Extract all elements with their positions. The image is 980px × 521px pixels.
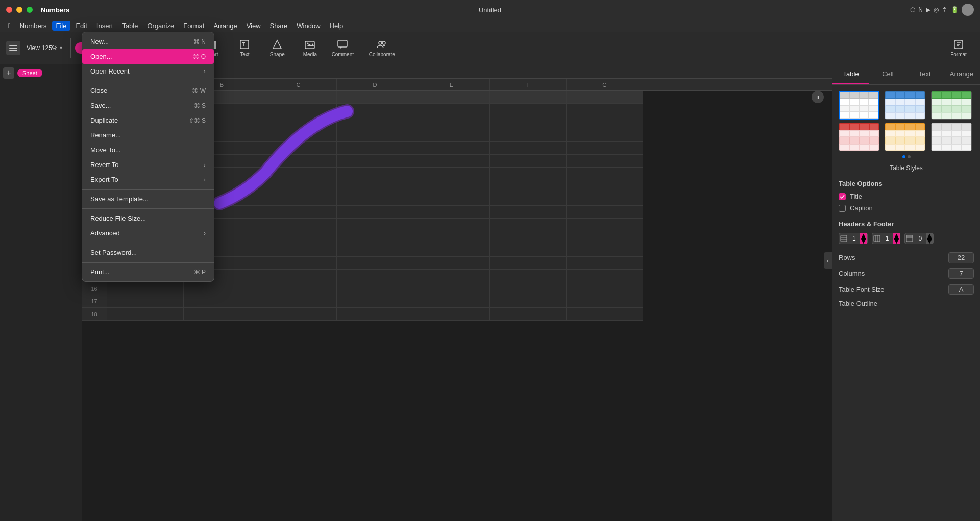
toolbar-shape-btn[interactable]: Shape (262, 34, 292, 62)
cell[interactable] (337, 104, 413, 116)
cell[interactable] (184, 295, 260, 308)
cell-d1[interactable] (337, 91, 413, 104)
cell[interactable] (260, 116, 337, 129)
cell[interactable] (413, 295, 490, 308)
cell[interactable] (260, 155, 337, 168)
footer-down[interactable]: ▼ (926, 239, 933, 244)
menu-item-set-password[interactable]: Set Password... (82, 245, 214, 260)
cell[interactable] (337, 142, 413, 155)
cell[interactable] (260, 282, 337, 295)
cell[interactable] (413, 270, 490, 282)
cell[interactable] (490, 308, 567, 321)
collapse-panel-button[interactable]: ‹ (824, 252, 832, 269)
view-menu[interactable]: View (242, 21, 265, 31)
cell[interactable] (490, 142, 567, 155)
cell[interactable] (413, 193, 490, 206)
cell[interactable] (567, 244, 643, 257)
file-menu[interactable]: File (52, 21, 71, 31)
cell[interactable] (413, 129, 490, 142)
cell[interactable] (413, 155, 490, 168)
header-cols-arrows[interactable]: ▲ ▼ (893, 233, 900, 244)
rows-value[interactable]: 22 (948, 252, 974, 263)
cell[interactable] (184, 282, 260, 295)
cell-e1[interactable] (413, 91, 490, 104)
cell[interactable] (490, 219, 567, 231)
cell-g1[interactable] (567, 91, 643, 104)
cell[interactable] (567, 142, 643, 155)
cell[interactable] (260, 308, 337, 321)
style-swatch-green[interactable] (931, 91, 972, 120)
tab-table[interactable]: Table (832, 64, 869, 84)
cell[interactable] (413, 116, 490, 129)
close-button[interactable] (6, 7, 12, 13)
cell[interactable] (337, 168, 413, 180)
cell[interactable] (413, 104, 490, 116)
menu-item-rename[interactable]: Rename... (82, 128, 214, 143)
cell[interactable] (260, 244, 337, 257)
cell[interactable] (337, 308, 413, 321)
menu-item-reduce-file-size[interactable]: Reduce File Size... (82, 211, 214, 226)
cell[interactable] (260, 168, 337, 180)
cell[interactable] (490, 231, 567, 244)
cell[interactable] (567, 116, 643, 129)
menu-item-open[interactable]: Open... ⌘ O (82, 49, 214, 64)
cell[interactable] (490, 295, 567, 308)
cell[interactable] (260, 206, 337, 219)
tab-text[interactable]: Text (906, 64, 943, 84)
cell[interactable] (337, 295, 413, 308)
menu-item-save-as-template[interactable]: Save as Template... (82, 192, 214, 206)
cell[interactable] (260, 231, 337, 244)
cell[interactable] (260, 219, 337, 231)
footer-arrows[interactable]: ▲ ▼ (926, 233, 933, 244)
cell[interactable] (567, 104, 643, 116)
header-rows-arrows[interactable]: ▲ ▼ (860, 233, 867, 244)
cell[interactable] (490, 193, 567, 206)
cell[interactable] (260, 257, 337, 270)
cell[interactable] (107, 295, 184, 308)
cell[interactable] (337, 219, 413, 231)
cell[interactable] (413, 231, 490, 244)
cell[interactable] (567, 168, 643, 180)
menu-item-open-recent[interactable]: Open Recent › (82, 64, 214, 79)
cell[interactable] (490, 104, 567, 116)
menu-item-advanced[interactable]: Advanced › (82, 226, 214, 241)
minimize-button[interactable] (16, 7, 22, 13)
menu-item-save[interactable]: Save... ⌘ S (82, 98, 214, 113)
add-sheet-button[interactable]: + (3, 67, 14, 79)
cell[interactable] (567, 180, 643, 193)
sidebar-toggle[interactable] (6, 41, 20, 55)
style-swatch-blue[interactable] (885, 91, 925, 120)
cell[interactable] (107, 282, 184, 295)
cell[interactable] (337, 180, 413, 193)
cell[interactable] (490, 244, 567, 257)
apple-menu[interactable]:  (4, 21, 15, 31)
cell[interactable] (337, 193, 413, 206)
cell[interactable] (413, 308, 490, 321)
cell[interactable] (413, 180, 490, 193)
cell[interactable] (490, 206, 567, 219)
cell[interactable] (567, 231, 643, 244)
insert-menu[interactable]: Insert (92, 21, 117, 31)
cell[interactable] (490, 180, 567, 193)
cell[interactable] (260, 193, 337, 206)
help-menu[interactable]: Help (326, 21, 348, 31)
cell[interactable] (184, 308, 260, 321)
window-menu[interactable]: Window (292, 21, 324, 31)
cell[interactable] (490, 282, 567, 295)
style-swatch-white[interactable] (839, 91, 879, 120)
cell[interactable] (567, 129, 643, 142)
table-menu[interactable]: Table (118, 21, 142, 31)
menu-item-move-to[interactable]: Move To... (82, 143, 214, 157)
cell-c1[interactable] (260, 91, 337, 104)
cell[interactable] (567, 308, 643, 321)
arrange-menu[interactable]: Arrange (209, 21, 241, 31)
cell[interactable] (337, 282, 413, 295)
caption-checkbox[interactable] (839, 205, 846, 212)
cell[interactable] (260, 180, 337, 193)
menu-item-revert-to[interactable]: Revert To › (82, 157, 214, 172)
cell[interactable] (490, 168, 567, 180)
cell[interactable] (413, 257, 490, 270)
share-menu[interactable]: Share (266, 21, 292, 31)
organize-menu[interactable]: Organize (143, 21, 178, 31)
cell[interactable] (490, 116, 567, 129)
